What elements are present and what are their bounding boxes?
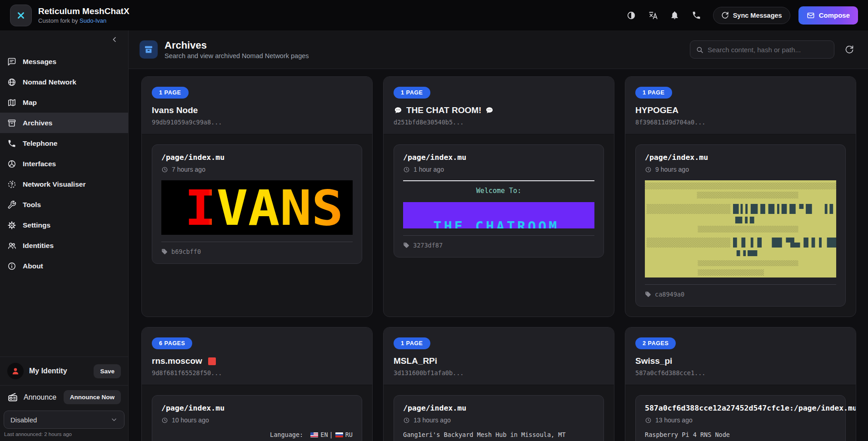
sidebar-item-identities[interactable]: Identities: [0, 235, 128, 256]
archives-grid: 1 PAGE Ivans Node 99db91059a9c99a8... /p…: [141, 76, 856, 441]
page-time: 1 hour ago: [403, 166, 594, 173]
page-preview-card[interactable]: /page/index.mu 13 hours ago Gang1eri's B…: [394, 395, 604, 441]
ru-flag-icon: [335, 432, 343, 437]
person-icon: [10, 366, 20, 376]
app-logo[interactable]: [10, 5, 32, 26]
info-icon: [7, 262, 16, 271]
sidebar-item-map[interactable]: Map: [0, 92, 128, 113]
page-preview-text: Language: EN|RU Welcome to rns.moscownod…: [161, 431, 353, 441]
bell-icon: [670, 10, 679, 20]
author-link[interactable]: Sudo-Ivan: [80, 17, 106, 24]
page-count-badge: 6 PAGES: [152, 337, 192, 349]
app-title: Reticulum MeshChatX: [38, 6, 130, 17]
page-preview-text: Gang1eri's Backyard Mesh Hub in Missoula…: [403, 431, 594, 441]
save-identity-button[interactable]: Save: [94, 364, 121, 378]
app-titles: Reticulum MeshChatX Custom fork by Sudo-…: [38, 6, 130, 25]
sidebar-item-about[interactable]: About: [0, 256, 128, 276]
card-hash: 9d8f681f65528f50...: [152, 369, 362, 377]
page-header-titles: Archives Search and view archived Nomad …: [165, 40, 309, 59]
page-time: 10 hours ago: [161, 416, 353, 424]
page-time: 13 hours ago: [403, 416, 594, 424]
card-hash: 8f396811d9d704a0...: [635, 119, 846, 126]
sidebar-item-settings[interactable]: Settings: [0, 215, 128, 235]
sync-messages-label: Sync Messages: [733, 12, 782, 19]
theme-toggle-button[interactable]: [622, 6, 640, 25]
sidebar-item-label: Tools: [23, 201, 41, 209]
page-path: /page/index.mu: [161, 153, 353, 162]
card-title: MSLA_RPi: [394, 356, 604, 366]
wrench-icon: [7, 200, 16, 209]
page-path: /page/index.mu: [645, 153, 836, 162]
language-line: Language: EN|RU: [161, 431, 353, 438]
clock-icon: [645, 417, 652, 424]
archive-icon: [7, 119, 16, 128]
top-actions: Sync Messages Compose: [622, 6, 858, 25]
sidebar-item-network-visualiser[interactable]: Network Visualiser: [0, 174, 128, 194]
notifications-button[interactable]: [666, 6, 684, 25]
page-subtitle: Search and view archived Nomad Network p…: [165, 52, 309, 59]
page-preview-card[interactable]: /page/index.mu 7 hours ago: [152, 144, 362, 264]
archive-card-ivans-node[interactable]: 1 PAGE Ivans Node 99db91059a9c99a8... /p…: [141, 76, 373, 317]
preview-heading: Welcome To:: [403, 187, 594, 195]
page-count-badge: 1 PAGE: [152, 87, 189, 99]
archive-card-hypogea[interactable]: 1 PAGE HYPOGEA 8f396811d9d704a0... /page…: [625, 76, 856, 317]
gear-icon: [7, 221, 16, 230]
page-time: 7 hours ago: [161, 166, 353, 173]
sidebar-item-archives[interactable]: Archives: [0, 113, 128, 133]
identity-avatar[interactable]: [7, 363, 24, 379]
sidebar-nav: Messages Nomad Network Map Archives Tele…: [0, 49, 128, 357]
archives-content: 1 PAGE Ivans Node 99db91059a9c99a8... /p…: [129, 69, 868, 441]
sidebar-item-tools[interactable]: Tools: [0, 194, 128, 215]
page-preview-card[interactable]: /page/index.mu 1 hour ago Welcome To: TH…: [394, 144, 604, 258]
card-hash: 99db91059a9c99a8...: [152, 119, 362, 126]
card-hash: 587a0cf6d388cce1...: [635, 369, 846, 377]
search-box: [690, 40, 834, 59]
page-tag: b69cbff0: [161, 242, 353, 255]
svg-text:IVANS: IVANS: [185, 180, 343, 235]
sidebar-item-interfaces[interactable]: Interfaces: [0, 154, 128, 174]
archive-card-msla-rpi[interactable]: 1 PAGE MSLA_RPi 3d131600bf1afa0b... /pag…: [383, 327, 614, 441]
banner-text: THE CHATROOM: [434, 218, 559, 228]
sidebar-collapse-button[interactable]: [108, 33, 121, 46]
page-preview-card[interactable]: /page/index.mu 9 hours ago: [635, 144, 846, 307]
page-preview-art: [645, 180, 836, 277]
sidebar-identity-panel: My Identity Save Announce Announce Now D…: [0, 357, 128, 441]
card-title: THE CHAT ROOM!: [394, 105, 604, 115]
sidebar-item-messages[interactable]: Messages: [0, 51, 128, 72]
main-area: Archives Search and view archived Nomad …: [129, 30, 868, 441]
announce-mode-select[interactable]: Disabled: [4, 411, 125, 429]
page-title: Archives: [165, 40, 309, 51]
network-visualiser-icon: [7, 180, 16, 189]
archive-card-swiss-pi[interactable]: 2 PAGES Swiss_pi 587a0cf6d388cce1... 587…: [625, 327, 856, 441]
speech-bubble-icon: [485, 106, 494, 114]
compose-button[interactable]: Compose: [798, 6, 858, 25]
card-title: rns.moscow: [152, 356, 362, 366]
map-icon: [7, 98, 16, 107]
announce-now-button[interactable]: Announce Now: [64, 390, 121, 404]
archive-card-chat-room[interactable]: 1 PAGE THE CHAT ROOM! d251bfd8e30540b5..…: [383, 76, 614, 317]
page-count-badge: 1 PAGE: [394, 337, 430, 349]
refresh-button[interactable]: [842, 42, 857, 57]
search-input[interactable]: [708, 46, 828, 54]
clock-icon: [161, 417, 168, 424]
translate-button[interactable]: [644, 6, 662, 25]
clock-icon: [645, 166, 652, 173]
sidebar-item-label: Archives: [23, 119, 52, 127]
page-preview-text: Raspberry Pi 4 RNS Node: [645, 431, 836, 441]
page-preview-art: IVANS: [161, 180, 353, 235]
sidebar-item-label: Messages: [23, 58, 56, 66]
radio-icon: [7, 392, 18, 403]
sidebar-item-label: Identities: [23, 242, 54, 250]
telephone-button[interactable]: [688, 6, 706, 25]
sidebar-item-nomad-network[interactable]: Nomad Network: [0, 72, 128, 92]
sidebar-item-telephone[interactable]: Telephone: [0, 133, 128, 154]
envelope-icon: [807, 11, 815, 20]
card-title: HYPOGEA: [635, 105, 846, 115]
archive-card-rns-moscow[interactable]: 6 PAGES rns.moscow 9d8f681f65528f50... /…: [141, 327, 373, 441]
page-preview-card[interactable]: /page/index.mu 10 hours ago Language: EN…: [152, 395, 362, 441]
page-path: /page/index.mu: [403, 153, 594, 162]
sidebar-item-label: About: [23, 262, 43, 270]
sync-messages-button[interactable]: Sync Messages: [713, 7, 790, 24]
sync-icon: [721, 11, 729, 19]
page-preview-card[interactable]: 587a0cf6d388cce12a27452d547cfc1e:/page/i…: [635, 395, 846, 441]
